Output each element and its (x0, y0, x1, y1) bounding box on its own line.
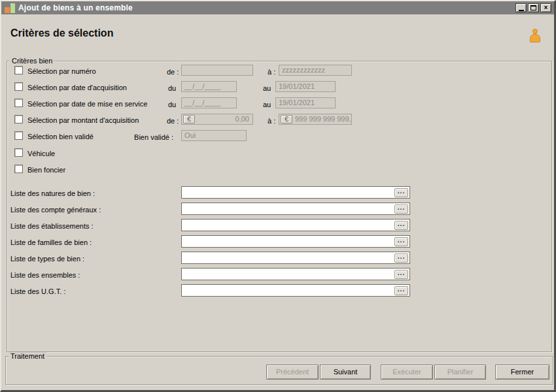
date-acq-to-input[interactable]: 19/01/2021 (275, 81, 336, 92)
person-icon (529, 29, 542, 43)
montant-from-label: de : (167, 117, 179, 125)
list-label-natures-de-bien: Liste des natures de bien : (10, 189, 95, 198)
checkbox-label-date-mise-en-service: Sélection par date de mise en service (27, 100, 147, 108)
planifier-button[interactable]: Planifier (434, 365, 486, 380)
checkbox-vehicule[interactable] (14, 148, 23, 157)
precedent-button[interactable]: Précédent (266, 365, 319, 380)
numero-to-label: à : (268, 68, 275, 76)
date-mes-to-value: 19/01/2021 (279, 99, 315, 106)
app-icon-orange-block (5, 7, 10, 13)
montant-to-input[interactable]: € 999 999 999 999, (279, 114, 352, 125)
checkbox-label-bien-valide: Sélection bien validé (27, 133, 94, 141)
bien-valide-field-label: Bien validé : (119, 133, 173, 142)
window-controls: × (514, 3, 551, 12)
list-label-types-de-bien: Liste de types de bien : (10, 255, 84, 263)
close-icon: × (544, 5, 548, 11)
numero-from-input[interactable] (181, 65, 253, 76)
montant-from-value: 0,00 (235, 114, 249, 124)
browse-ellipsis-button[interactable]: ... (394, 270, 408, 279)
page-title: Critères de sélection (10, 27, 113, 39)
numero-from-label: de : (167, 68, 179, 76)
checkbox-date-acquisition[interactable] (14, 82, 23, 91)
browse-ellipsis-button[interactable]: ... (394, 237, 408, 246)
person-icon-head (532, 29, 538, 34)
bien-valide-input[interactable]: Oui (181, 130, 247, 141)
fermer-button[interactable]: Fermer (495, 365, 549, 380)
dialog-window: Ajout de biens à un ensemble × Critères … (0, 0, 556, 392)
list-input-types-de-bien[interactable]: ... (181, 252, 410, 264)
checkbox-bien-foncier[interactable] (14, 165, 23, 173)
minimize-icon (519, 10, 524, 11)
date-mes-from-value: __/__/____ (184, 99, 220, 106)
person-icon-body (530, 34, 540, 42)
treatment-group-label: Traitement (9, 352, 46, 360)
browse-ellipsis-button[interactable]: ... (394, 221, 408, 230)
montant-to-value: 999 999 999 999, (295, 114, 351, 124)
date-acq-from-value: __/__/____ (184, 82, 220, 90)
executer-button[interactable]: Exécuter (381, 365, 433, 380)
date-acq-from-input[interactable]: __/__/____ (181, 81, 237, 92)
checkbox-label-bien-foncier: Bien foncier (27, 166, 65, 174)
window-title: Ajout de biens à un ensemble (18, 3, 133, 12)
date-mes-to-label: au (263, 101, 271, 109)
date-mes-from-label: du (168, 101, 176, 109)
date-acq-to-value: 19/01/2021 (279, 82, 315, 90)
checkbox-label-date-acquisition: Sélection par date d'acquisition (27, 84, 127, 92)
criteria-group-label: Critères bien (10, 57, 54, 65)
list-label-ensembles: Liste des ensembles : (10, 271, 80, 280)
checkbox-bien-valide[interactable] (14, 131, 23, 140)
app-icon (5, 3, 16, 13)
list-input-familles-de-bien[interactable]: ... (181, 235, 410, 248)
list-label-familles-de-bien: Liste de familles de bien : (10, 238, 92, 247)
close-button[interactable]: × (540, 3, 551, 12)
minimize-button[interactable] (515, 3, 527, 12)
list-input-etablissements[interactable]: ... (181, 219, 410, 231)
date-acq-from-label: du (168, 84, 176, 93)
title-bar: Ajout de biens à un ensemble × (1, 1, 554, 14)
numero-to-value: zzzzzzzzzzzz (282, 66, 325, 74)
maximize-icon (530, 5, 536, 10)
list-label-etablissements: Liste des établissements : (10, 222, 94, 231)
checkbox-label-vehicule: Véhicule (27, 150, 55, 158)
browse-ellipsis-button[interactable]: ... (394, 188, 408, 197)
checkbox-selection-par-numero[interactable] (14, 66, 23, 74)
checkbox-label-montant-acquisition: Sélection par montant d'acquisition (27, 116, 139, 125)
list-input-compte-generaux[interactable]: ... (181, 203, 410, 215)
list-input-ensembles[interactable]: ... (181, 268, 410, 280)
list-label-ugt: Liste des U.G.T. : (10, 287, 65, 296)
numero-to-input[interactable]: zzzzzzzzzzzz (279, 65, 352, 76)
date-mes-to-input[interactable]: 19/01/2021 (275, 97, 336, 108)
app-icon-green-block (10, 3, 15, 13)
montant-to-label: à : (268, 117, 275, 125)
maximize-button[interactable] (528, 3, 539, 12)
browse-ellipsis-button[interactable]: ... (394, 204, 408, 214)
checkbox-montant-acquisition[interactable] (14, 115, 23, 123)
list-label-compte-generaux: Liste des compte généraux : (10, 206, 101, 214)
euro-icon[interactable]: € (183, 115, 195, 123)
checkbox-date-mise-en-service[interactable] (14, 99, 23, 107)
montant-from-input[interactable]: € 0,00 (181, 114, 253, 125)
bien-valide-value: Oui (184, 131, 196, 139)
list-input-natures-de-bien[interactable]: ... (181, 186, 410, 199)
browse-ellipsis-button[interactable]: ... (394, 253, 408, 263)
suivant-button[interactable]: Suivant (320, 365, 371, 380)
date-mes-from-input[interactable]: __/__/____ (181, 97, 237, 108)
browse-ellipsis-button[interactable]: ... (394, 286, 408, 295)
list-input-ugt[interactable]: ... (181, 284, 410, 297)
euro-icon[interactable]: € (281, 115, 292, 123)
checkbox-label-selection-par-numero: Sélection par numéro (27, 67, 96, 76)
date-acq-to-label: au (263, 84, 271, 93)
